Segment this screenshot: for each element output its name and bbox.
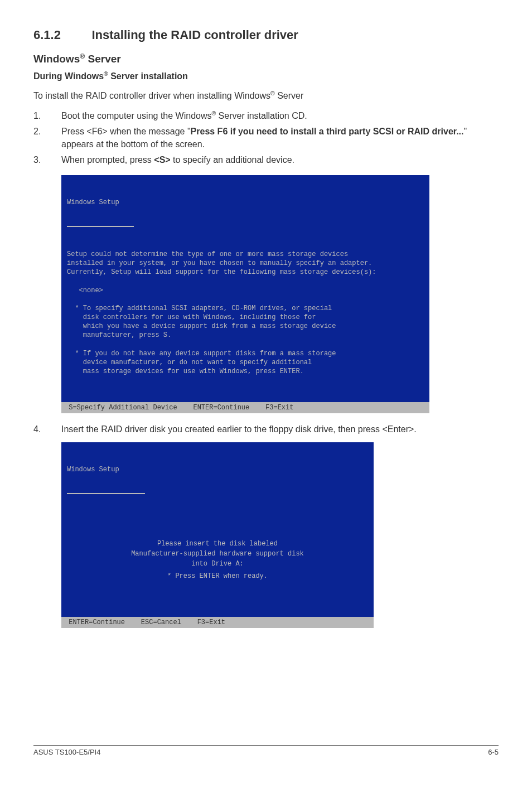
step-text: When prompted, press <S> to specify an a… — [61, 154, 499, 166]
sub-sub-heading: During Windows® Server installation — [33, 71, 499, 81]
step-1-pre: Boot the computer using the Windows — [61, 111, 211, 120]
step-number: 1. — [33, 110, 61, 123]
console-footer: ENTER=Continue ESC=Cancel F3=Exit — [61, 617, 374, 628]
step-3-bold: <S> — [154, 155, 170, 165]
intro-prefix: To install the RAID controller driver wh… — [33, 91, 270, 100]
console-body: Windows Setup Setup could not determine … — [61, 175, 429, 402]
sub-heading-prefix: Windows — [33, 53, 80, 65]
registered-mark: ® — [104, 71, 108, 77]
sub-sub-prefix: During Windows — [33, 72, 104, 81]
step-text: Insert the RAID driver disk you created … — [61, 423, 499, 436]
console-screenshot-2: Windows Setup Please insert the disk lab… — [61, 442, 374, 628]
step-text: Press <F6> when the message "Press F6 if… — [61, 125, 499, 151]
section-title: Installing the RAID controller driver — [91, 28, 298, 42]
console2-line3: into Drive A: — [67, 559, 368, 568]
step-number: 4. — [33, 423, 61, 436]
step-3-plain2: to specify an additional device. — [171, 155, 294, 165]
console-screenshot-1: Windows Setup Setup could not determine … — [61, 175, 429, 413]
console-footer: S=Specify Additional Device ENTER=Contin… — [61, 402, 429, 413]
console-title-rule — [67, 226, 134, 227]
section-number: 6.1.2 — [33, 28, 89, 42]
console-title: Windows Setup — [67, 465, 368, 474]
section-heading: 6.1.2 Installing the RAID controller dri… — [33, 28, 499, 42]
step-text: Boot the computer using the Windows® Ser… — [61, 110, 499, 123]
console2-line4: * Press ENTER when ready. — [67, 572, 368, 581]
step-1-post: Server installation CD. — [216, 111, 307, 120]
step-3-plain1: When prompted, press — [61, 155, 154, 165]
registered-mark: ® — [270, 90, 275, 96]
sub-heading: Windows® Server — [33, 52, 499, 65]
console2-line1: Please insert the disk labeled — [67, 539, 368, 548]
footer-right: 6-5 — [488, 748, 499, 756]
console-body: Windows Setup Please insert the disk lab… — [61, 442, 374, 616]
steps-list-2: 4. Insert the RAID driver disk you creat… — [33, 423, 499, 436]
console-title-rule — [67, 493, 145, 494]
steps-list: 1. Boot the computer using the Windows® … — [33, 110, 499, 167]
intro-text: To install the RAID controller driver wh… — [33, 90, 499, 102]
step-4: 4. Insert the RAID driver disk you creat… — [33, 423, 499, 436]
sub-sub-suffix: Server installation — [108, 72, 188, 81]
step-1: 1. Boot the computer using the Windows® … — [33, 110, 499, 123]
step-number: 3. — [33, 154, 61, 166]
sub-heading-suffix: Server — [85, 53, 120, 65]
step-2: 2. Press <F6> when the message "Press F6… — [33, 125, 499, 151]
step-3: 3. When prompted, press <S> to specify a… — [33, 154, 499, 166]
intro-suffix: Server — [275, 91, 304, 100]
registered-mark: ® — [211, 110, 216, 117]
console2-line2: Manufacturer-supplied hardware support d… — [67, 549, 368, 558]
console-lines: Setup could not determine the type of on… — [67, 250, 424, 376]
registered-mark: ® — [80, 52, 85, 60]
step-number: 2. — [33, 125, 61, 151]
step-2-plain1: Press <F6> when the message " — [61, 127, 191, 136]
page-footer: ASUS TS100-E5/PI4 6-5 — [33, 745, 499, 756]
console-title: Windows Setup — [67, 198, 424, 207]
footer-rule — [33, 745, 499, 746]
console-center-block: Please insert the disk labeled Manufactu… — [67, 539, 368, 581]
footer-left: ASUS TS100-E5/PI4 — [33, 748, 100, 756]
step-2-bold: Press F6 if you need to install a third … — [191, 127, 464, 136]
